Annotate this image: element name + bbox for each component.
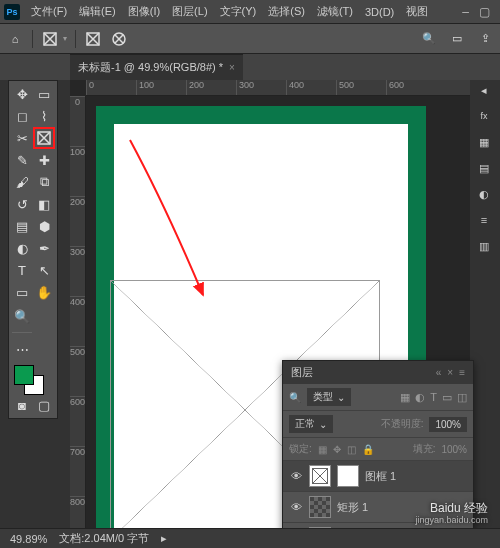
filter-adjust-icon[interactable]: ◐ bbox=[415, 391, 425, 404]
tool-panel: ✥ ▭ ◻ ⌇ ✂ ✎ ✚ 🖌 ⧉ ↺ ◧ ▤ ⬢ ◐ ✒ T ↖ ▭ ✋ 🔍 … bbox=[8, 80, 58, 419]
menu-3d[interactable]: 3D(D) bbox=[360, 4, 399, 20]
frame-ellipse-mode-icon[interactable] bbox=[110, 30, 128, 48]
lock-label: 锁定: bbox=[289, 442, 312, 456]
foreground-color-swatch[interactable] bbox=[14, 365, 34, 385]
layers-panel-title: 图层 bbox=[291, 365, 313, 380]
document-tab-bar: 未标题-1 @ 49.9%(RGB/8#) * × bbox=[0, 54, 500, 80]
menu-view[interactable]: 视图 bbox=[401, 2, 433, 21]
edit-toolbar-icon[interactable]: ⋯ bbox=[12, 337, 32, 361]
layers-panel: 图层 « × ≡ 🔍 类型 ⌄ ▦ ◐ T ▭ ◫ 正常 bbox=[282, 360, 474, 548]
path-select-tool-icon[interactable]: ↖ bbox=[34, 260, 54, 280]
frame-tool-icon[interactable] bbox=[34, 128, 54, 148]
app-icon: Ps bbox=[4, 4, 20, 20]
chevron-right-icon[interactable]: ▸ bbox=[161, 532, 167, 545]
window-minimize-icon[interactable]: – bbox=[462, 5, 469, 19]
type-tool-icon[interactable]: T bbox=[12, 260, 32, 280]
menu-layer[interactable]: 图层(L) bbox=[167, 2, 212, 21]
chevron-down-icon: ⌄ bbox=[319, 419, 327, 430]
right-dock: ◂ fx ▦ ▤ ◐ ≡ ▥ bbox=[472, 80, 496, 256]
opacity-input[interactable]: 100% bbox=[429, 417, 467, 432]
layer-item[interactable]: 👁 矩形 1 bbox=[283, 492, 473, 523]
panel-menu-icon[interactable]: ≡ bbox=[459, 367, 465, 378]
layer-thumbnail bbox=[309, 465, 331, 487]
lock-nested-icon[interactable]: ◫ bbox=[347, 444, 356, 455]
visibility-toggle-icon[interactable]: 👁 bbox=[289, 470, 303, 482]
eyedropper-tool-icon[interactable]: ✎ bbox=[12, 150, 32, 170]
layer-item[interactable]: 👁 图框 1 bbox=[283, 461, 473, 492]
panel-close-icon[interactable]: × bbox=[447, 367, 453, 378]
layer-name: 矩形 1 bbox=[337, 500, 368, 515]
dodge-tool-icon[interactable]: ◐ bbox=[12, 238, 32, 258]
lock-pixels-icon[interactable]: 🔒 bbox=[362, 444, 374, 455]
menu-bar: Ps 文件(F) 编辑(E) 图像(I) 图层(L) 文字(Y) 选择(S) 滤… bbox=[0, 0, 500, 24]
fill-input[interactable]: 100% bbox=[441, 444, 467, 455]
document-tab-title: 未标题-1 @ 49.9%(RGB/8#) * bbox=[78, 60, 223, 75]
rectangle-tool-icon[interactable]: ▭ bbox=[12, 282, 32, 302]
chevron-down-icon[interactable]: ▾ bbox=[63, 34, 67, 43]
clone-stamp-tool-icon[interactable]: ⧉ bbox=[34, 172, 54, 192]
menu-edit[interactable]: 编辑(E) bbox=[74, 2, 121, 21]
menu-image[interactable]: 图像(I) bbox=[123, 2, 165, 21]
close-tab-icon[interactable]: × bbox=[229, 62, 235, 73]
quickmask-tool-icon[interactable]: ◙ bbox=[12, 395, 32, 415]
blur-tool-icon[interactable]: ⬢ bbox=[34, 216, 54, 236]
layer-mask-thumbnail bbox=[337, 465, 359, 487]
ruler-vertical: 0 100 200 300 400 500 600 700 800 900 bbox=[70, 96, 86, 528]
lock-all-icon[interactable]: ▦ bbox=[318, 444, 327, 455]
share-icon[interactable]: ⇪ bbox=[476, 30, 494, 48]
history-icon[interactable]: ≡ bbox=[474, 210, 494, 230]
pen-tool-icon[interactable]: ✒ bbox=[34, 238, 54, 258]
doc-size-readout: 文档:2.04M/0 字节 bbox=[59, 531, 149, 546]
window-maximize-icon[interactable]: ▢ bbox=[479, 5, 490, 19]
marquee-tool-icon[interactable]: ◻ bbox=[12, 106, 32, 126]
zoom-readout[interactable]: 49.89% bbox=[10, 533, 47, 545]
fx-styles-icon[interactable]: fx bbox=[474, 106, 494, 126]
move-tool-icon[interactable]: ✥ bbox=[12, 84, 32, 104]
frame-tool-icon[interactable] bbox=[41, 30, 59, 48]
filter-shape-icon[interactable]: ▭ bbox=[442, 391, 452, 404]
hand-tool-icon[interactable]: ✋ bbox=[34, 282, 54, 302]
menu-type[interactable]: 文字(Y) bbox=[215, 2, 262, 21]
eraser-tool-icon[interactable]: ◧ bbox=[34, 194, 54, 214]
ruler-horizontal: 0 100 200 300 400 500 600 bbox=[86, 80, 470, 96]
swatches-icon[interactable]: ▦ bbox=[474, 132, 494, 152]
collapse-dock-icon[interactable]: ◂ bbox=[474, 80, 494, 100]
options-bar: ⌂ ▾ 🔍 ▭ ⇪ bbox=[0, 24, 500, 54]
visibility-toggle-icon[interactable]: 👁 bbox=[289, 501, 303, 513]
brush-tool-icon[interactable]: 🖌 bbox=[12, 172, 32, 192]
gradient-tool-icon[interactable]: ▤ bbox=[12, 216, 32, 236]
chevron-down-icon: ⌄ bbox=[337, 392, 345, 403]
workspace-icon[interactable]: ▭ bbox=[448, 30, 466, 48]
lasso-tool-icon[interactable]: ⌇ bbox=[34, 106, 54, 126]
screenmode-tool-icon[interactable]: ▢ bbox=[34, 395, 54, 415]
menu-file[interactable]: 文件(F) bbox=[26, 2, 72, 21]
status-bar: 49.89% 文档:2.04M/0 字节 ▸ bbox=[0, 528, 500, 548]
filter-smart-icon[interactable]: ◫ bbox=[457, 391, 467, 404]
search-icon[interactable]: 🔍 bbox=[289, 392, 301, 403]
menu-select[interactable]: 选择(S) bbox=[263, 2, 310, 21]
properties-icon[interactable]: ▥ bbox=[474, 236, 494, 256]
opacity-label: 不透明度: bbox=[381, 417, 424, 431]
search-icon[interactable]: 🔍 bbox=[420, 30, 438, 48]
libraries-icon[interactable]: ▤ bbox=[474, 158, 494, 178]
filter-type-icon[interactable]: T bbox=[430, 391, 437, 404]
home-icon[interactable]: ⌂ bbox=[6, 30, 24, 48]
color-swatches[interactable] bbox=[12, 363, 54, 393]
panel-collapse-icon[interactable]: « bbox=[436, 367, 442, 378]
artboard-tool-icon[interactable]: ▭ bbox=[34, 84, 54, 104]
crop-tool-icon[interactable]: ✂ bbox=[12, 128, 32, 148]
menu-filter[interactable]: 滤镜(T) bbox=[312, 2, 358, 21]
frame-rect-mode-icon[interactable] bbox=[84, 30, 102, 48]
blend-mode-select[interactable]: 正常 ⌄ bbox=[289, 415, 333, 433]
lock-position-icon[interactable]: ✥ bbox=[333, 444, 341, 455]
layer-filter-select[interactable]: 类型 ⌄ bbox=[307, 388, 351, 406]
spot-heal-tool-icon[interactable]: ✚ bbox=[34, 150, 54, 170]
adjustments-icon[interactable]: ◐ bbox=[474, 184, 494, 204]
document-tab[interactable]: 未标题-1 @ 49.9%(RGB/8#) * × bbox=[70, 54, 243, 80]
zoom-tool-icon[interactable]: 🔍 bbox=[12, 304, 32, 328]
filter-pixel-icon[interactable]: ▦ bbox=[400, 391, 410, 404]
layer-name: 图框 1 bbox=[365, 469, 396, 484]
fill-label: 填充: bbox=[413, 442, 436, 456]
history-brush-tool-icon[interactable]: ↺ bbox=[12, 194, 32, 214]
layer-thumbnail bbox=[309, 496, 331, 518]
